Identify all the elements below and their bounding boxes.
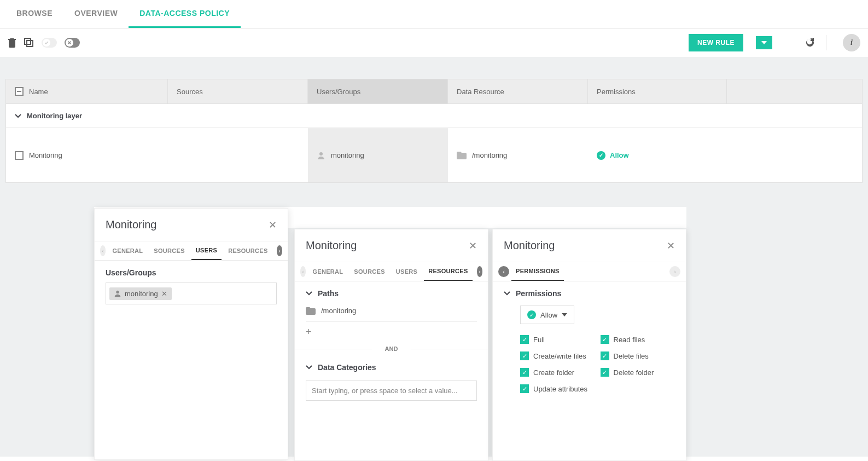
ptab-resources[interactable]: RESOURCES <box>224 242 272 260</box>
ptab-sources[interactable]: SOURCES <box>149 242 189 260</box>
ptab-sources[interactable]: SOURCES <box>349 263 389 280</box>
svg-rect-1 <box>25 38 31 44</box>
col-users[interactable]: Users/Groups <box>308 79 448 103</box>
ptab-users[interactable]: USERS <box>392 263 422 280</box>
nav-next-icon[interactable]: › <box>277 245 282 256</box>
info-icon[interactable]: i <box>843 34 860 51</box>
ptab-general[interactable]: GENERAL <box>108 242 147 260</box>
top-tabs: BROWSE OVERVIEW DATA-ACCESS POLICY <box>0 0 868 28</box>
data-categories-input[interactable]: Start typing, or press space to select a… <box>306 381 477 401</box>
panel-permissions: Monitoring ✕ ‹ PERMISSIONS › Permissions… <box>492 229 686 461</box>
panel-resources: Monitoring ✕ ‹ GENERAL SOURCES USERS RES… <box>294 229 488 461</box>
group-row[interactable]: Monitoring layer <box>5 104 863 128</box>
toggle-x-icon[interactable] <box>65 38 80 48</box>
chip-remove-icon[interactable]: ✕ <box>161 290 167 298</box>
refresh-icon[interactable] <box>805 38 815 48</box>
divider <box>826 35 826 50</box>
new-rule-dropdown[interactable] <box>756 36 772 49</box>
svg-point-6 <box>319 152 323 155</box>
nav-next-icon[interactable]: › <box>669 266 680 277</box>
ptab-permissions[interactable]: PERMISSIONS <box>511 262 564 281</box>
panel-title: Monitoring <box>106 218 156 231</box>
select-all-checkbox[interactable] <box>15 87 24 96</box>
section-users-groups: Users/Groups <box>95 261 288 283</box>
col-name[interactable]: Name <box>6 79 168 103</box>
checkbox-checked-icon: ✓ <box>601 368 609 377</box>
perm-update-attrs[interactable]: ✓Update attributes <box>520 384 595 393</box>
row-sources <box>168 128 308 182</box>
perm-delete-folder[interactable]: ✓Delete folder <box>601 368 675 377</box>
perm-create-folder[interactable]: ✓Create folder <box>520 368 595 377</box>
path-value: /monitoring <box>321 307 356 315</box>
chevron-down-icon <box>306 365 312 370</box>
row-resource: /monitoring <box>472 151 507 159</box>
check-circle-icon: ✓ <box>597 151 605 160</box>
panel-title: Monitoring <box>504 239 555 252</box>
chip-label: monitoring <box>125 290 158 298</box>
and-separator: AND <box>295 345 488 352</box>
group-label: Monitoring layer <box>27 112 82 120</box>
checkbox-checked-icon: ✓ <box>520 384 529 393</box>
nav-prev-icon[interactable]: ‹ <box>300 266 306 277</box>
col-spacer <box>727 79 862 103</box>
permission-type-select[interactable]: ✓ Allow <box>520 306 574 324</box>
new-rule-button[interactable]: NEW RULE <box>689 34 743 51</box>
users-chip-input[interactable]: monitoring ✕ <box>106 283 277 304</box>
folder-icon <box>457 152 467 159</box>
row-checkbox[interactable] <box>15 151 24 160</box>
chevron-down-icon <box>15 114 21 118</box>
col-name-label: Name <box>29 88 48 96</box>
perm-full[interactable]: ✓Full <box>520 335 595 344</box>
nav-prev-icon[interactable]: ‹ <box>498 266 509 277</box>
row-user: monitoring <box>331 151 364 159</box>
toggle-check-icon[interactable] <box>42 38 57 48</box>
close-icon[interactable]: ✕ <box>269 219 277 231</box>
section-permissions[interactable]: Permissions <box>493 281 686 303</box>
col-resource[interactable]: Data Resource <box>448 79 588 103</box>
close-icon[interactable]: ✕ <box>667 240 675 252</box>
checkbox-checked-icon: ✓ <box>520 335 529 344</box>
perm-read-files[interactable]: ✓Read files <box>601 335 675 344</box>
toolbar: NEW RULE i <box>0 28 868 57</box>
checkbox-checked-icon: ✓ <box>520 368 529 377</box>
nav-prev-icon[interactable]: ‹ <box>100 245 106 256</box>
add-path-button[interactable]: + <box>295 322 488 342</box>
user-chip: monitoring ✕ <box>109 287 172 300</box>
close-icon[interactable]: ✕ <box>469 240 477 252</box>
folder-icon <box>306 307 316 315</box>
ptab-general[interactable]: GENERAL <box>308 263 347 280</box>
chevron-down-icon <box>504 291 510 296</box>
user-icon <box>114 290 121 297</box>
checkbox-checked-icon: ✓ <box>520 351 529 360</box>
ptab-resources[interactable]: RESOURCES <box>424 262 472 281</box>
col-sources[interactable]: Sources <box>168 79 308 103</box>
check-circle-icon: ✓ <box>527 310 536 319</box>
tab-browse[interactable]: BROWSE <box>5 0 63 28</box>
checkbox-checked-icon: ✓ <box>601 351 609 360</box>
checkbox-checked-icon: ✓ <box>601 335 609 344</box>
section-data-categories[interactable]: Data Categories <box>295 355 488 377</box>
chevron-down-icon <box>306 291 312 296</box>
tab-data-access-policy[interactable]: DATA-ACCESS POLICY <box>129 0 241 28</box>
table-row[interactable]: Monitoring monitoring /monitoring ✓ Allo… <box>5 128 863 183</box>
row-name: Monitoring <box>29 151 62 159</box>
perm-create-write[interactable]: ✓Create/write files <box>520 351 595 360</box>
ptab-users[interactable]: USERS <box>191 241 222 260</box>
user-icon <box>317 151 325 160</box>
col-permissions[interactable]: Permissions <box>588 79 727 103</box>
path-item[interactable]: /monitoring <box>295 303 488 318</box>
grid-header-row: Name Sources Users/Groups Data Resource … <box>5 79 863 104</box>
section-paths[interactable]: Paths <box>295 281 488 303</box>
copy-icon[interactable] <box>24 38 34 48</box>
nav-next-icon[interactable]: › <box>477 266 482 277</box>
svg-point-7 <box>116 291 119 293</box>
perm-delete-files[interactable]: ✓Delete files <box>601 351 675 360</box>
permission-allow: ✓ Allow <box>597 151 629 160</box>
caret-down-icon <box>562 313 567 316</box>
tab-overview[interactable]: OVERVIEW <box>63 0 129 28</box>
svg-rect-0 <box>27 41 33 47</box>
panel-users: Monitoring ✕ ‹ GENERAL SOURCES USERS RES… <box>94 208 288 460</box>
panel-title: Monitoring <box>306 239 357 252</box>
trash-icon[interactable] <box>8 38 16 48</box>
